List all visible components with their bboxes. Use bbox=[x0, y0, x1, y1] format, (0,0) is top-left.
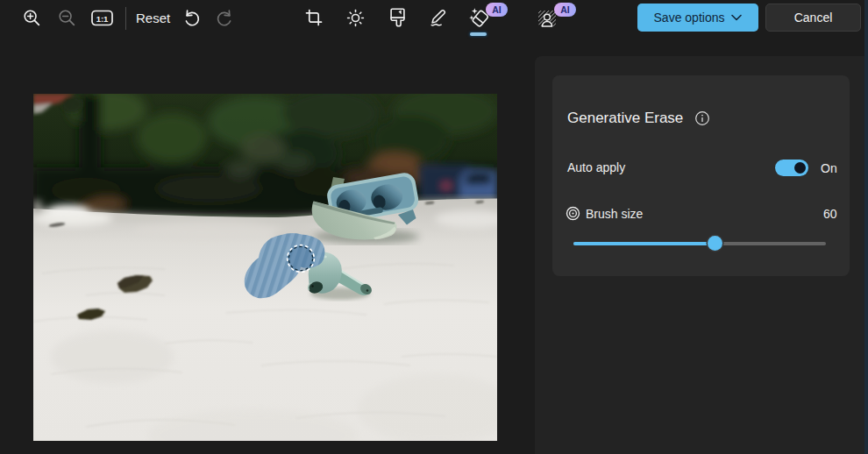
svg-text:1:1: 1:1 bbox=[96, 14, 109, 24]
